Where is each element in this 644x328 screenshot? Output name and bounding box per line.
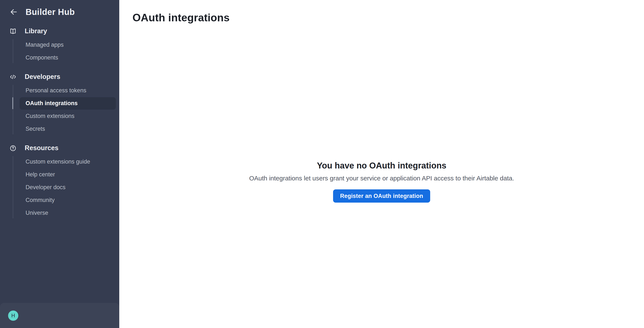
user-avatar[interactable]: H bbox=[8, 310, 18, 320]
register-oauth-integration-button[interactable]: Register an OAuth integration bbox=[333, 189, 430, 203]
back-button[interactable] bbox=[8, 7, 19, 17]
sidebar-item-components[interactable]: Components bbox=[0, 51, 119, 64]
sidebar-item-community[interactable]: Community bbox=[0, 194, 119, 206]
section-items: Personal access tokens OAuth integration… bbox=[0, 84, 119, 135]
section-header-developers: Developers bbox=[0, 70, 119, 83]
sidebar-item-secrets[interactable]: Secrets bbox=[0, 122, 119, 135]
book-icon bbox=[9, 28, 16, 35]
sidebar-item-custom-extensions-guide[interactable]: Custom extensions guide bbox=[0, 155, 119, 168]
empty-state-description: OAuth integrations let users grant your … bbox=[119, 174, 644, 183]
sidebar-section-developers: Developers Personal access tokens OAuth … bbox=[0, 70, 119, 135]
arrow-left-icon bbox=[9, 8, 18, 16]
sidebar-footer: H bbox=[0, 303, 119, 328]
section-items: Custom extensions guide Help center Deve… bbox=[0, 155, 119, 219]
sidebar-item-personal-access-tokens[interactable]: Personal access tokens bbox=[0, 84, 119, 97]
page-title: OAuth integrations bbox=[132, 11, 230, 24]
section-header-library: Library bbox=[0, 25, 119, 38]
sidebar-section-resources: Resources Custom extensions guide Help c… bbox=[0, 142, 119, 219]
section-label: Developers bbox=[25, 73, 60, 81]
sidebar-item-custom-extensions[interactable]: Custom extensions bbox=[0, 110, 119, 122]
section-items: Managed apps Components bbox=[0, 38, 119, 64]
sidebar: Builder Hub Library Managed apps Compone… bbox=[0, 0, 119, 328]
sidebar-item-developer-docs[interactable]: Developer docs bbox=[0, 181, 119, 194]
section-header-resources: Resources bbox=[0, 142, 119, 154]
sidebar-item-oauth-integrations[interactable]: OAuth integrations bbox=[0, 97, 119, 110]
sidebar-item-managed-apps[interactable]: Managed apps bbox=[0, 38, 119, 51]
section-label: Resources bbox=[25, 144, 58, 152]
sidebar-header: Builder Hub bbox=[0, 0, 119, 24]
code-icon bbox=[9, 73, 16, 80]
help-icon bbox=[9, 144, 16, 152]
sidebar-item-help-center[interactable]: Help center bbox=[0, 168, 119, 181]
section-label: Library bbox=[25, 27, 47, 35]
empty-state-heading: You have no OAuth integrations bbox=[119, 159, 644, 172]
main-content: OAuth integrations You have no OAuth int… bbox=[119, 0, 644, 328]
sidebar-item-universe[interactable]: Universe bbox=[0, 206, 119, 219]
builder-hub-app: Builder Hub Library Managed apps Compone… bbox=[0, 0, 644, 328]
app-title: Builder Hub bbox=[26, 7, 75, 17]
empty-state: You have no OAuth integrations OAuth int… bbox=[119, 159, 644, 203]
sidebar-section-library: Library Managed apps Components bbox=[0, 25, 119, 64]
